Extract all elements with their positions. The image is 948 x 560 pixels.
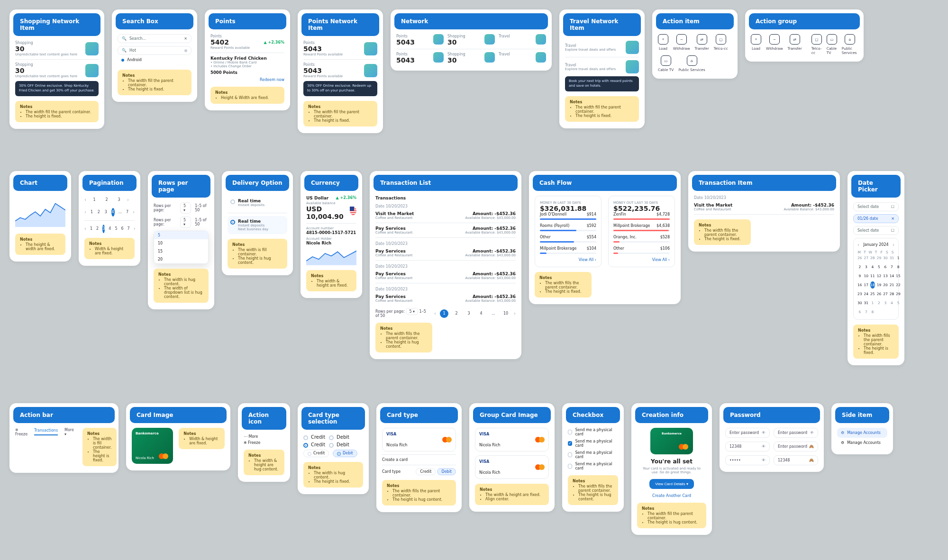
transaction-row[interactable]: Visit the Market Coffee and Restaurant A… <box>694 200 834 215</box>
calendar-day-next[interactable]: 1 <box>870 299 875 307</box>
chevron-left-icon[interactable]: ‹ <box>84 209 86 215</box>
dropdown-option[interactable]: 15 <box>154 247 208 255</box>
calendar-day[interactable]: 19 <box>877 281 882 289</box>
radio-debit[interactable]: Debit <box>329 434 349 440</box>
calendar-day-prev[interactable]: 29 <box>877 254 882 262</box>
chevron-right-icon[interactable]: › <box>514 311 516 316</box>
view-all-link[interactable]: View All › <box>540 258 596 262</box>
calendar-day[interactable]: 15 <box>896 272 901 280</box>
action-public[interactable]: ⌂Public Services <box>842 34 858 55</box>
pill-credit[interactable]: Credit <box>416 468 436 475</box>
calendar-day-next[interactable]: 5 <box>896 299 901 307</box>
dropdown-option[interactable]: 5 <box>154 231 208 239</box>
dropdown-option[interactable]: 10 <box>154 239 208 247</box>
side-item[interactable]: ⚙Manage Accounts <box>837 438 887 448</box>
action-telco[interactable]: ▢Telco-cc <box>811 34 822 55</box>
transaction-row[interactable]: Pay ServicesCoffee and RestaurantAmount:… <box>375 291 516 306</box>
radio-icon[interactable] <box>230 199 235 204</box>
delivery-option[interactable]: Real time Instant deposits <box>228 196 287 210</box>
calendar-day[interactable]: 7 <box>890 263 894 271</box>
eye-icon[interactable]: 👁 <box>810 431 814 435</box>
password-input[interactable]: •••••👁 <box>725 455 770 465</box>
calendar-day[interactable]: 17 <box>864 281 869 289</box>
date-input[interactable]: Select date☐ <box>853 226 899 235</box>
calendar-day[interactable]: 20 <box>883 281 888 289</box>
calendar-day-prev[interactable]: 30 <box>883 254 888 262</box>
calendar-day[interactable]: 3 <box>864 263 869 271</box>
password-input[interactable]: Enter password🙈 <box>774 442 818 452</box>
action-telco[interactable]: ▢Telco-cc <box>714 34 728 51</box>
transaction-row[interactable]: Pay ServicesCoffee and RestaurantAmount:… <box>375 269 516 283</box>
password-input[interactable]: Enter password👁 <box>725 428 770 438</box>
calendar-day[interactable]: 26 <box>877 290 882 298</box>
action-load[interactable]: ＋Load <box>658 34 668 51</box>
month-next[interactable]: › <box>893 242 894 247</box>
radio-checked-icon[interactable] <box>230 220 235 225</box>
calendar-day[interactable]: 11 <box>870 272 875 280</box>
action-cabletv[interactable]: ▭Cable TV <box>827 34 837 55</box>
rows-dropdown[interactable]: 5 10 15 20 <box>154 231 209 264</box>
radio-credit[interactable]: Credit <box>303 434 325 440</box>
pill-debit[interactable]: Debit <box>333 450 357 457</box>
view-all-link[interactable]: View All › <box>613 258 670 262</box>
action-bar-transactions[interactable]: Transactions <box>34 428 58 435</box>
side-item-selected[interactable]: ⚙Manage Accounts <box>837 428 887 438</box>
page-current[interactable]: 4 <box>111 208 115 217</box>
checkbox-checked-icon[interactable]: ✓ <box>568 441 572 446</box>
action-public[interactable]: ⌂Public Services <box>678 55 705 72</box>
calendar-day[interactable]: 16 <box>857 281 862 289</box>
checkbox-icon[interactable] <box>568 452 572 457</box>
chevron-left-icon[interactable]: ‹ <box>434 311 436 316</box>
rows-select[interactable]: 5 ▾ <box>180 202 191 214</box>
calendar-day[interactable]: 13 <box>883 272 888 280</box>
calendar-day-next[interactable]: 6 <box>857 308 862 316</box>
calendar-day-prev[interactable]: 27 <box>864 254 869 262</box>
transaction-row[interactable]: Pay ServicesCoffee and RestaurantAmount:… <box>375 246 516 261</box>
action-bar-freeze[interactable]: ❄ Freeze <box>15 428 27 436</box>
pagination[interactable]: ‹ 1 2 3 › <box>84 196 135 204</box>
radio-credit[interactable]: Credit <box>303 442 325 448</box>
calendar-day-prev[interactable]: 26 <box>857 254 862 262</box>
close-icon[interactable]: ✕ <box>891 217 894 221</box>
radio-debit[interactable]: Debit <box>329 442 349 448</box>
eye-off-icon[interactable]: 🙈 <box>809 444 814 449</box>
calendar-day[interactable]: 30 <box>857 299 862 307</box>
eye-icon[interactable]: 👁 <box>762 458 766 462</box>
checkbox-row[interactable]: Send me a physical card <box>568 462 618 470</box>
page-number[interactable]: 2 <box>102 196 111 204</box>
page-number[interactable]: 1 <box>90 196 99 204</box>
calendar-day[interactable]: 2 <box>857 263 862 271</box>
action-bar-more[interactable]: More ▾ <box>64 428 74 436</box>
calendar-day[interactable]: 28 <box>890 290 894 298</box>
calendar-day[interactable]: 4 <box>870 263 875 271</box>
calendar-day[interactable]: 27 <box>883 290 888 298</box>
search-field-hot[interactable]: 🔍 Hot <box>118 46 191 55</box>
calendar-day-prev[interactable]: 31 <box>890 254 894 262</box>
calendar-day[interactable]: 8 <box>896 263 901 271</box>
calendar-day-next[interactable]: 2 <box>877 299 882 307</box>
date-input[interactable]: Select date☐ <box>853 202 899 211</box>
month-prev[interactable]: ‹ <box>857 242 859 247</box>
checkbox-icon[interactable] <box>568 464 572 469</box>
page-number[interactable]: 3 <box>115 196 123 204</box>
chevron-left-icon[interactable]: ‹ <box>84 226 86 231</box>
chevron-right-icon[interactable]: › <box>133 209 135 215</box>
calendar-day[interactable]: 29 <box>896 290 901 298</box>
calendar-day-next[interactable]: 4 <box>890 299 894 307</box>
checkbox-row[interactable]: ✓Send me a physical card <box>568 439 618 448</box>
calendar-day-next[interactable]: 7 <box>864 308 869 316</box>
calendar-day[interactable]: 10 <box>864 272 869 280</box>
calendar-day[interactable]: 1 <box>896 254 901 262</box>
clear-icon[interactable]: ✕ <box>184 36 187 41</box>
transaction-row[interactable]: Pay ServicesCoffee and RestaurantAmount:… <box>375 223 516 238</box>
password-input[interactable]: Enter password👁 <box>774 428 818 438</box>
checkbox-icon[interactable] <box>568 430 572 434</box>
calendar-day[interactable]: 12 <box>877 272 882 280</box>
transaction-row[interactable]: Visit the MarketCoffee and RestaurantAmo… <box>375 208 516 223</box>
calendar-day[interactable]: 9 <box>857 272 862 280</box>
calendar-day[interactable]: 22 <box>896 281 901 289</box>
calendar-day-next[interactable]: 8 <box>870 308 875 316</box>
calendar-day[interactable]: 14 <box>890 272 894 280</box>
calendar-day-next[interactable]: 3 <box>883 299 888 307</box>
checkbox-row[interactable]: Send me a physical card <box>568 451 618 459</box>
